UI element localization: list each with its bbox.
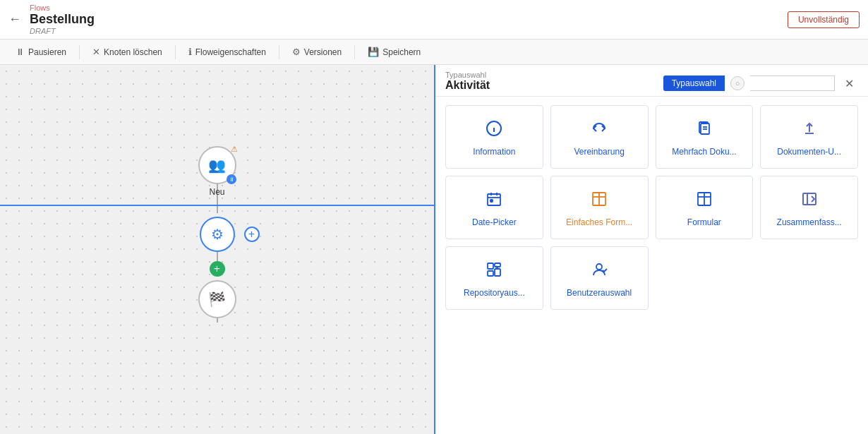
mehrfach-doku-icon — [696, 120, 713, 141]
delete-label: Knoten löschen — [104, 47, 162, 57]
dokumenten-u-icon — [801, 120, 818, 141]
info-icon: ℹ — [188, 47, 192, 57]
toolbar-separator-4 — [354, 45, 355, 59]
header: ← Flows Bestellung DRAFT Unvollständig — [0, 0, 868, 40]
mehrfach-doku-label: Mehrfach Doku... — [672, 147, 736, 157]
activity-card-vereinbarung[interactable]: Vereinbarung — [550, 105, 649, 169]
activity-card-formular[interactable]: Formular — [656, 176, 754, 239]
date-picker-icon — [486, 191, 502, 212]
vereinbarung-label: Vereinbarung — [574, 147, 624, 157]
search-input[interactable] — [750, 76, 835, 91]
activity-card-information[interactable]: Information — [445, 105, 543, 169]
typauswahl-top-label: Typauswahl — [445, 71, 490, 79]
pause-label: Pausieren — [28, 47, 66, 57]
flow-nodes-area: 👥 ⚠ ⏸ Neu ⚙ + + — [0, 65, 434, 434]
properties-label: Floweigenschaften — [195, 47, 266, 57]
activity-card-benutzerauswahl[interactable]: Benutzerauswahl — [550, 246, 649, 310]
toolbar: ⏸ Pausieren ✕ Knoten löschen ℹ Floweigen… — [0, 40, 868, 65]
properties-button[interactable]: ℹ Floweigenschaften — [181, 44, 273, 60]
vereinbarung-icon — [591, 120, 608, 141]
header-left: Typauswahl Aktivität — [445, 71, 490, 96]
middle-node[interactable]: ⚙ — [200, 217, 235, 252]
circle-icon: ○ — [735, 79, 740, 88]
activity-card-mehrfach-doku[interactable]: Mehrfach Doku... — [656, 105, 754, 169]
draft-label: DRAFT — [30, 27, 95, 35]
activity-card-zusammenfass[interactable]: Zusammenfass... — [760, 176, 858, 239]
people-icon: 👥 — [208, 157, 226, 174]
pause-badge: ⏸ — [227, 174, 236, 184]
toolbar-separator-3 — [279, 45, 279, 59]
activity-icon: ⚙ — [211, 226, 224, 243]
search-circle: ○ — [730, 76, 745, 90]
activity-grid: InformationVereinbarungMehrfach Doku...D… — [435, 97, 868, 318]
typauswahl-button[interactable]: Typauswahl — [663, 76, 725, 91]
svg-rect-21 — [495, 263, 500, 267]
end-node[interactable]: 🏁 — [198, 280, 236, 318]
pause-button[interactable]: ⏸ Pausieren — [8, 44, 73, 60]
activity-card-date-picker[interactable]: Date-Picker — [445, 176, 543, 239]
close-button[interactable]: ✕ — [840, 76, 858, 92]
add-below-button[interactable]: + — [210, 261, 225, 277]
flag-icon: 🏁 — [208, 291, 226, 308]
delete-node-button[interactable]: ✕ Knoten löschen — [85, 44, 169, 60]
benutzerauswahl-label: Benutzerauswahl — [567, 288, 632, 298]
svg-rect-23 — [495, 269, 500, 276]
svg-rect-20 — [488, 263, 493, 269]
formular-label: Formular — [687, 217, 721, 227]
information-icon — [486, 120, 502, 141]
warning-icon: ⚠ — [231, 145, 238, 154]
right-panel-header: Typauswahl Aktivität Typauswahl ○ ✕ — [435, 65, 868, 97]
separator-line — [0, 205, 435, 206]
dokumenten-u-label: Dokumenten-U... — [777, 147, 841, 157]
add-node-button[interactable]: + — [244, 227, 260, 242]
svg-point-24 — [596, 264, 602, 270]
right-panel: Typauswahl Aktivität Typauswahl ○ ✕ Info… — [435, 65, 868, 434]
title-block: Flows Bestellung DRAFT — [30, 4, 95, 36]
repositoryaus-icon — [486, 261, 502, 282]
repositoryaus-label: Repositoryaus... — [464, 288, 525, 298]
activity-card-repositoryaus[interactable]: Repositoryaus... — [445, 246, 543, 310]
save-label: Speichern — [382, 47, 421, 57]
start-node[interactable]: 👥 ⚠ ⏸ — [198, 146, 236, 184]
svg-rect-22 — [488, 271, 493, 276]
zusammenfass-label: Zusammenfass... — [777, 217, 842, 227]
information-label: Information — [473, 147, 515, 157]
delete-icon: ✕ — [92, 47, 100, 57]
svg-rect-8 — [488, 194, 500, 205]
back-button[interactable]: ← — [8, 12, 21, 27]
start-node-label: Neu — [209, 187, 224, 197]
flows-label: Flows — [30, 4, 95, 12]
page-title: Bestellung — [30, 12, 95, 28]
versions-icon: ⚙ — [292, 47, 301, 57]
formular-icon — [696, 191, 713, 212]
right-panel-toolbar: Typauswahl ○ ✕ — [663, 76, 858, 92]
toolbar-separator-1 — [79, 45, 80, 59]
versions-label: Versionen — [304, 47, 342, 57]
save-icon: 💾 — [368, 47, 379, 57]
einfaches-form-label: Einfaches Form... — [566, 217, 632, 227]
pause-icon: ⏸ — [16, 47, 25, 57]
benutzerauswahl-icon — [591, 261, 608, 282]
toolbar-separator-2 — [175, 45, 176, 59]
main-layout: 👥 ⚠ ⏸ Neu ⚙ + + — [0, 65, 868, 434]
aktivitat-title: Aktivität — [445, 79, 490, 96]
date-picker-label: Date-Picker — [472, 217, 517, 227]
svg-rect-12 — [490, 200, 493, 202]
activity-card-einfaches-form[interactable]: Einfaches Form... — [550, 176, 649, 239]
activity-card-dokumenten-u[interactable]: Dokumenten-U... — [760, 105, 858, 169]
save-button[interactable]: 💾 Speichern — [361, 44, 428, 60]
flow-canvas[interactable]: 👥 ⚠ ⏸ Neu ⚙ + + — [0, 65, 435, 434]
zusammenfass-icon — [801, 191, 818, 212]
versions-button[interactable]: ⚙ Versionen — [285, 44, 349, 60]
einfaches-form-icon — [591, 191, 608, 212]
unvollstandig-button[interactable]: Unvollständig — [788, 11, 860, 28]
